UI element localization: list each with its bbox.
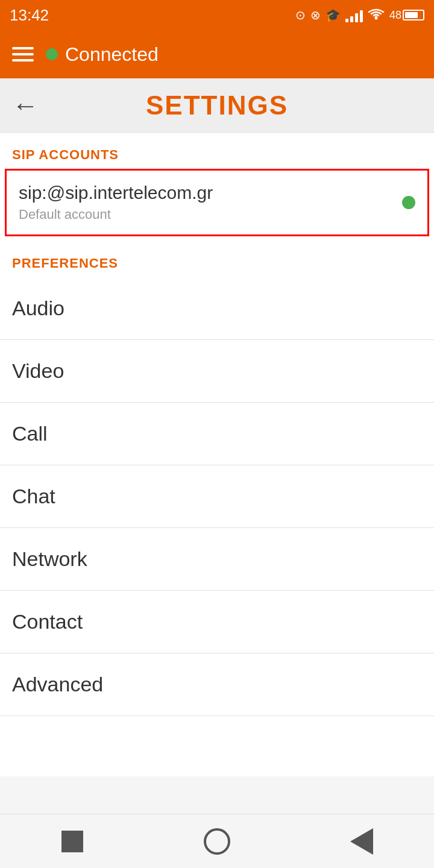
stop-icon (61, 831, 83, 852)
menu-button[interactable] (12, 47, 34, 61)
settings-header: ← SETTINGS (0, 78, 434, 133)
page-title: SETTINGS (146, 90, 288, 121)
sip-accounts-section-header: SIP ACCOUNTS (0, 133, 434, 169)
nav-back-button[interactable] (344, 823, 380, 860)
signal-bars-icon (345, 8, 363, 22)
menu-item-contact-label: Contact (12, 610, 83, 634)
sip-default-label: Default account (19, 207, 213, 222)
bottom-navigation (0, 814, 434, 868)
home-icon (204, 828, 230, 855)
menu-item-audio[interactable]: Audio (0, 277, 434, 340)
settings-content: SIP ACCOUNTS sip:@sip.intertelecom.gr De… (0, 133, 434, 776)
menu-item-network-label: Network (12, 547, 87, 571)
status-icons: ⊙ ⊗ 🎓 48 (295, 8, 424, 23)
menu-item-audio-label: Audio (12, 297, 64, 320)
menu-item-contact[interactable]: Contact (0, 591, 434, 653)
back-icon (350, 828, 373, 855)
menu-item-video[interactable]: Video (0, 340, 434, 403)
menu-item-advanced[interactable]: Advanced (0, 653, 434, 716)
sip-accounts-label: SIP ACCOUNTS (12, 147, 119, 162)
nav-stop-button[interactable] (54, 823, 90, 860)
preferences-label: PREFERENCES (12, 256, 118, 271)
sip-account-item[interactable]: sip:@sip.intertelecom.gr Default account (5, 169, 429, 236)
menu-item-chat[interactable]: Chat (0, 465, 434, 528)
app-header: Connected (0, 30, 434, 78)
status-time: 13:42 (10, 6, 49, 25)
back-arrow-icon: ← (12, 92, 39, 119)
svg-point-0 (374, 16, 377, 19)
connected-label: Connected (65, 43, 159, 66)
battery-icon: 48 (389, 9, 424, 22)
wifi-icon (368, 8, 385, 23)
menu-item-call-label: Call (12, 422, 48, 445)
menu-item-chat-label: Chat (12, 485, 55, 508)
sip-account-info: sip:@sip.intertelecom.gr Default account (19, 183, 213, 222)
connected-dot (46, 48, 58, 60)
back-button[interactable]: ← (12, 92, 39, 119)
menu-item-advanced-label: Advanced (12, 673, 103, 696)
menu-item-video-label: Video (12, 359, 64, 383)
sip-active-dot (402, 196, 415, 209)
connection-status: Connected (46, 43, 159, 66)
menu-item-call[interactable]: Call (0, 403, 434, 465)
preferences-section-header: PREFERENCES (0, 241, 434, 277)
notification-icon-1: ⊙ (295, 8, 306, 22)
status-bar: 13:42 ⊙ ⊗ 🎓 48 (0, 0, 434, 30)
sip-address: sip:@sip.intertelecom.gr (19, 183, 213, 203)
battery-level: 48 (389, 9, 401, 22)
menu-item-network[interactable]: Network (0, 528, 434, 591)
notification-icon-3: 🎓 (326, 8, 341, 22)
notification-icon-2: ⊗ (310, 8, 321, 22)
nav-home-button[interactable] (199, 823, 235, 860)
